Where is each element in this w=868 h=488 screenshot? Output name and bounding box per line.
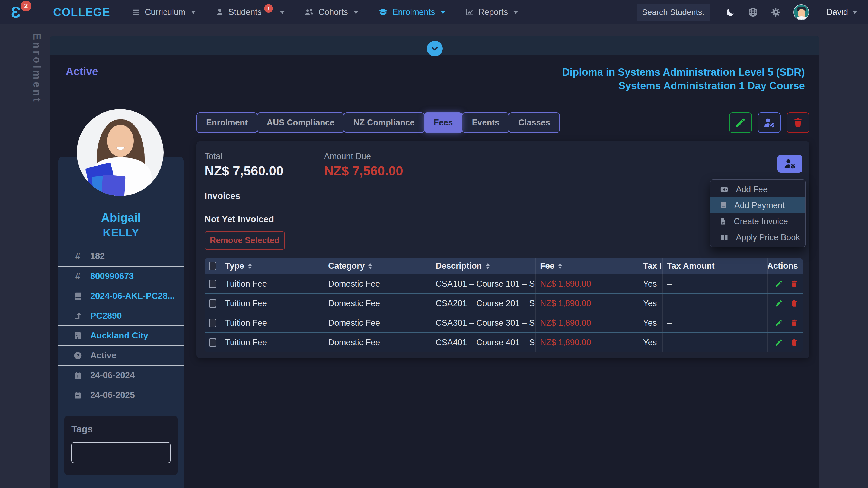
amount-due-value: NZ$ 7,560.00 xyxy=(324,163,403,178)
delete-enrolment-button[interactable] xyxy=(786,112,809,133)
tab-classes[interactable]: Classes xyxy=(508,112,560,133)
table-row: Tuition Fee Domestic Fee CSA401 – Course… xyxy=(205,333,803,352)
cell-description: CSA101 – Course 101 – Syste xyxy=(431,275,536,293)
tab-fees[interactable]: Fees xyxy=(424,112,463,133)
fee-actions-menu-button[interactable] xyxy=(777,155,802,173)
row-checkbox[interactable] xyxy=(209,338,216,347)
menu-item-create-invoice[interactable]: Create Invoice xyxy=(710,213,805,229)
student-details-list: # 182 # 800990673 2024-06-AKL-PC28... PC… xyxy=(58,246,184,405)
remove-selected-button[interactable]: Remove Selected xyxy=(205,231,285,250)
tags-label: Tags xyxy=(71,424,170,434)
manage-enrolment-button[interactable] xyxy=(758,112,781,133)
students-alert-badge: ! xyxy=(264,4,273,13)
cell-tax-incl: Yes xyxy=(639,313,663,333)
menu-item-label: Create Invoice xyxy=(734,217,788,226)
tags-input[interactable] xyxy=(71,442,170,463)
row-checkbox[interactable] xyxy=(209,319,216,327)
detail-value-link[interactable]: Auckland City xyxy=(90,331,148,341)
receipt-icon xyxy=(720,201,727,209)
row-checkbox[interactable] xyxy=(209,280,216,288)
pencil-icon[interactable] xyxy=(775,339,783,347)
user-gear-icon xyxy=(784,158,796,169)
student-sidebar: Abigail KELLY # 182 # 800990673 2024-06-… xyxy=(58,156,184,488)
column-header-category[interactable]: Category xyxy=(324,258,431,274)
tab-nz-compliance[interactable]: NZ Compliance xyxy=(344,112,425,133)
total-value: NZ$ 7,560.00 xyxy=(205,163,283,178)
tab-events[interactable]: Events xyxy=(462,112,509,133)
collapse-toggle-button[interactable] xyxy=(427,41,443,56)
course-title-line1: Diploma in Systems Administration Level … xyxy=(562,65,805,79)
nav-label: Curriculum xyxy=(145,7,186,17)
menu-item-add-payment[interactable]: Add Payment xyxy=(710,197,805,213)
cell-tax-amount: – xyxy=(663,294,768,313)
chevron-down-icon xyxy=(280,11,285,14)
cell-description: CSA301 – Course 301 – Syst xyxy=(431,313,536,333)
cell-fee: NZ$ 1,890.00 xyxy=(536,294,639,313)
column-header-tax-incl[interactable]: Tax Ir xyxy=(639,258,663,274)
trash-icon xyxy=(793,117,803,128)
column-label: Tax Amount xyxy=(667,261,715,271)
sort-icon xyxy=(248,263,252,269)
trash-icon[interactable] xyxy=(790,319,798,327)
logo-notification-badge: 2 xyxy=(21,1,31,11)
menu-item-label: Apply Price Book xyxy=(736,233,800,242)
tab-aus-compliance[interactable]: AUS Compliance xyxy=(257,112,344,133)
menu-item-apply-price-book[interactable]: Apply Price Book xyxy=(710,229,805,246)
nav-item-cohorts[interactable]: Cohorts xyxy=(304,7,358,17)
column-header-fee[interactable]: Fee xyxy=(536,258,639,274)
search-input[interactable] xyxy=(637,3,710,21)
nav-label: Enrolments xyxy=(393,7,435,17)
pencil-icon[interactable] xyxy=(775,280,783,288)
detail-row-campus: Auckland City xyxy=(58,325,184,345)
detail-row-student-number: # 800990673 xyxy=(58,266,184,286)
nav-item-curriculum[interactable]: Curriculum xyxy=(132,7,196,17)
user-avatar[interactable] xyxy=(794,4,809,20)
enrolment-card: Active Diploma in Systems Administration… xyxy=(50,36,819,488)
trash-icon[interactable] xyxy=(790,339,798,347)
gear-icon[interactable] xyxy=(771,7,781,18)
nav-item-reports[interactable]: Reports xyxy=(465,7,518,17)
cell-type: Tuition Fee xyxy=(221,333,324,352)
column-label: Fee xyxy=(540,261,554,271)
column-label: Category xyxy=(328,261,365,271)
menu-item-label: Add Payment xyxy=(734,201,785,210)
chevron-down-icon xyxy=(353,11,358,14)
nav-item-enrolments[interactable]: Enrolments xyxy=(378,7,445,17)
column-header-description[interactable]: Description xyxy=(431,258,536,274)
moon-icon[interactable] xyxy=(725,7,735,17)
brand-title: COLLEGE xyxy=(53,6,110,19)
pencil-icon xyxy=(735,117,746,128)
detail-value-link[interactable]: PC2890 xyxy=(90,311,122,321)
row-checkbox[interactable] xyxy=(209,299,216,308)
detail-value-link[interactable]: 800990673 xyxy=(90,271,134,281)
cell-fee: NZ$ 1,890.00 xyxy=(536,333,639,352)
column-header-type[interactable]: Type xyxy=(221,258,324,274)
student-name: Abigail KELLY xyxy=(58,211,184,239)
total-label: Total xyxy=(205,151,283,161)
table-row: Tuition Fee Domestic Fee CSA101 – Course… xyxy=(205,274,803,293)
app-logo[interactable]: Ɛ 2 xyxy=(11,3,27,22)
cell-actions xyxy=(768,294,803,313)
user-menu[interactable]: David xyxy=(827,7,857,17)
trash-icon[interactable] xyxy=(790,280,798,288)
nav-label: Reports xyxy=(478,7,508,17)
menu-item-add-fee[interactable]: Add Fee xyxy=(710,181,805,197)
pencil-icon[interactable] xyxy=(775,319,783,327)
nav-item-students[interactable]: Students ! xyxy=(215,7,285,17)
tab-enrolment[interactable]: Enrolment xyxy=(196,112,257,133)
fee-actions-dropdown: Add Fee Add Payment Create Invoice xyxy=(710,179,806,247)
book-icon xyxy=(72,292,83,300)
trash-icon[interactable] xyxy=(790,299,798,308)
nav-label: Students xyxy=(228,7,261,17)
globe-icon[interactable] xyxy=(748,7,758,18)
table-body: Tuition Fee Domestic Fee CSA101 – Course… xyxy=(205,274,803,352)
tab-label: Events xyxy=(472,118,499,127)
arrow-turn-up-icon xyxy=(72,312,83,320)
pencil-icon[interactable] xyxy=(775,299,783,308)
cell-tax-incl: Yes xyxy=(639,275,663,293)
select-all-checkbox[interactable] xyxy=(209,262,216,270)
edit-enrolment-button[interactable] xyxy=(729,112,752,133)
user-gear-icon xyxy=(763,117,775,128)
enrolment-banner xyxy=(50,36,819,55)
detail-value-link[interactable]: 2024-06-AKL-PC28... xyxy=(90,291,175,301)
